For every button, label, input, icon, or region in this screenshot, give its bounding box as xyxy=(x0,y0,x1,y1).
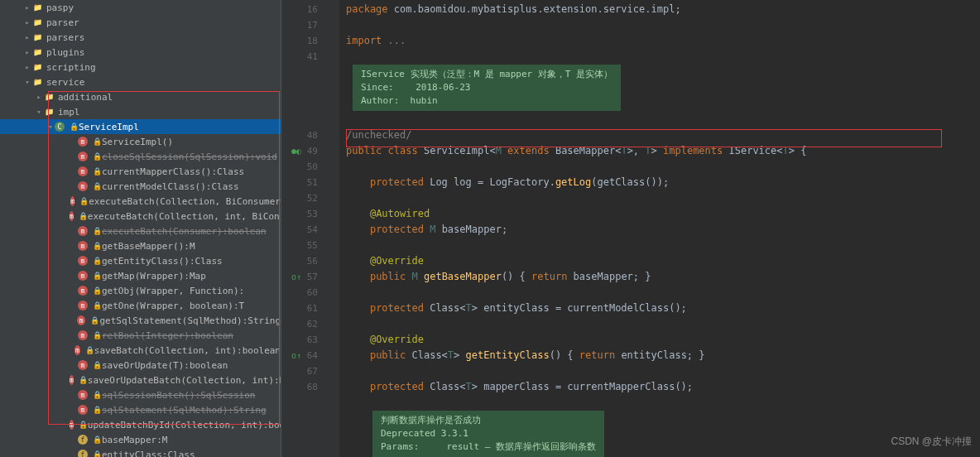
project-tree[interactable]: ▸ 📁 paspy ▸ 📁 parser ▸ 📁 parsers ▸ 📁 plu… xyxy=(0,0,281,457)
ico-m-icon: m xyxy=(78,226,88,236)
tree-item[interactable]: ▾ C 🔒 ServiceImpl xyxy=(0,119,281,134)
expand-icon[interactable]: ▸ xyxy=(35,93,43,101)
tree-item[interactable]: m 🔒 saveOrUpdate(T):boolean xyxy=(0,358,281,373)
tree-item[interactable]: ▸ 📁 scripting xyxy=(0,60,281,75)
line-number: 41 xyxy=(281,49,318,65)
tree-item[interactable]: m 🔒 getObj(Wrapper, Function): xyxy=(0,283,281,298)
ico-m-icon: m xyxy=(78,330,88,340)
ico-m-icon: m xyxy=(78,241,88,251)
tree-label: sqlSessionBatch():SqlSession xyxy=(102,390,255,401)
lock-icon: 🔒 xyxy=(93,361,102,369)
expand-icon[interactable]: ▸ xyxy=(23,48,31,56)
tree-item[interactable]: m 🔒 executeBatch(Collection, int, BiCons… xyxy=(0,209,281,224)
tree-item[interactable]: ▾ 📁 impl xyxy=(0,104,281,119)
tree-item[interactable]: ▸ 📁 parser xyxy=(0,15,281,30)
tree-item[interactable]: ▸ 📁 parsers xyxy=(0,30,281,45)
ico-m-icon: m xyxy=(74,345,80,355)
line-number xyxy=(281,65,318,80)
ico-m-icon: m xyxy=(77,315,86,325)
line-number xyxy=(281,80,318,96)
line-number: 63 xyxy=(281,332,318,348)
ico-folder-icon: 📁 xyxy=(31,46,43,58)
tree-label: retBool(Integer):boolean xyxy=(102,330,233,341)
code-editor[interactable]: 1617184148●◐ 4950515253545556o↑ 57606162… xyxy=(281,0,980,457)
line-number xyxy=(281,96,318,112)
tree-label: parsers xyxy=(46,32,84,43)
tree-label: getObj(Wrapper, Function): xyxy=(102,286,244,296)
tree-item[interactable]: m 🔒 getEntityClass():Class xyxy=(0,253,281,268)
tree-label: paspy xyxy=(46,2,74,13)
line-number xyxy=(281,395,318,411)
ico-m-icon: m xyxy=(78,137,88,147)
tree-item[interactable]: m 🔒 executeBatch(Consumer):boolean xyxy=(0,224,281,238)
lock-icon: 🔒 xyxy=(93,257,102,265)
code-area[interactable]: package com.baomidou.mybatisplus.extensi… xyxy=(339,0,980,457)
tree-label: impl xyxy=(58,107,80,118)
tree-item[interactable]: m 🔒 getSqlStatement(SqlMethod):String xyxy=(0,313,281,328)
expand-icon[interactable]: ▸ xyxy=(23,63,31,71)
tree-item[interactable]: m 🔒 saveBatch(Collection, int):boolean xyxy=(0,343,281,358)
tree-label: updateBatchById(Collection, int):boolean xyxy=(88,420,281,431)
ico-m-icon: m xyxy=(78,405,88,415)
ico-m-icon: m xyxy=(78,360,88,370)
line-number xyxy=(281,426,318,442)
lock-icon: 🔒 xyxy=(93,406,102,414)
expand-icon[interactable]: ▾ xyxy=(23,78,31,86)
expand-icon[interactable]: ▾ xyxy=(46,123,55,131)
expand-icon[interactable]: ▸ xyxy=(23,18,31,26)
ico-f-icon: f xyxy=(78,435,88,445)
tree-label: getMap(Wrapper):Map xyxy=(102,271,206,281)
tree-item[interactable]: m 🔒 closeSqlSession(SqlSession):void xyxy=(0,149,281,164)
tree-item[interactable]: f 🔒 entityClass:Class xyxy=(0,447,281,457)
lock-icon: 🔒 xyxy=(90,316,99,325)
tree-item[interactable]: ▸ 📁 plugins xyxy=(0,45,281,60)
ico-m-icon: m xyxy=(78,301,88,310)
expand-icon[interactable]: ▸ xyxy=(23,33,31,41)
tree-item[interactable]: m 🔒 saveOrUpdateBatch(Collection, int):b… xyxy=(0,373,281,387)
ico-m-icon: m xyxy=(70,211,74,221)
ico-m-icon: m xyxy=(78,181,88,191)
tree-item[interactable]: m 🔒 updateBatchById(Collection, int):boo… xyxy=(0,417,281,432)
ico-m-icon: m xyxy=(78,271,88,281)
line-number: 53 xyxy=(281,206,318,222)
tree-label: currentModelClass():Class xyxy=(102,181,239,192)
tree-item[interactable]: m 🔒 sqlSessionBatch():SqlSession xyxy=(0,387,281,402)
line-number: 48 xyxy=(281,127,318,143)
tree-item[interactable]: m 🔒 currentMapperClass():Class xyxy=(0,164,281,179)
tree-item[interactable]: m 🔒 getMap(Wrapper):Map xyxy=(0,268,281,283)
line-number: o↑ 57 xyxy=(281,269,318,285)
lock-icon: 🔒 xyxy=(93,167,102,176)
tree-item[interactable]: m 🔒 sqlStatement(SqlMethod):String xyxy=(0,402,281,417)
ico-folder-icon: 📁 xyxy=(31,61,43,73)
lock-icon: 🔒 xyxy=(93,227,102,235)
tree-item[interactable]: ▾ 📁 service xyxy=(0,75,281,89)
tree-label: saveBatch(Collection, int):boolean xyxy=(94,345,281,356)
line-number xyxy=(281,411,318,426)
tree-item[interactable]: m 🔒 getBaseMapper():M xyxy=(0,238,281,253)
line-number: 50 xyxy=(281,159,318,175)
tree-item[interactable]: f 🔒 baseMapper:M xyxy=(0,432,281,447)
expand-icon[interactable]: ▾ xyxy=(35,108,43,116)
lock-icon: 🔒 xyxy=(70,123,79,131)
tree-item[interactable]: m 🔒 executeBatch(Collection, BiConsumer xyxy=(0,194,281,209)
tree-item[interactable]: m 🔒 currentModelClass():Class xyxy=(0,179,281,194)
expand-icon[interactable]: ▸ xyxy=(23,3,31,12)
tree-item[interactable]: m 🔒 retBool(Integer):boolean xyxy=(0,328,281,343)
tree-label: getOne(Wrapper, boolean):T xyxy=(102,301,244,311)
lock-icon: 🔒 xyxy=(79,197,89,205)
tree-item[interactable]: ▸ 📁 additional xyxy=(0,89,281,104)
tree-label: ServiceImpl xyxy=(79,122,139,132)
ico-folder-icon: 📁 xyxy=(31,31,43,43)
tree-label: executeBatch(Consumer):boolean xyxy=(102,226,267,237)
tree-item[interactable]: m 🔒 getOne(Wrapper, boolean):T xyxy=(0,298,281,313)
lock-icon: 🔒 xyxy=(93,242,102,250)
lock-icon: 🔒 xyxy=(79,212,88,220)
lock-icon: 🔒 xyxy=(93,286,102,295)
lock-icon: 🔒 xyxy=(93,301,102,310)
watermark: CSDN @皮卡冲撞 xyxy=(891,435,972,449)
ico-m-icon: m xyxy=(78,152,88,161)
tree-item[interactable]: ▸ 📁 paspy xyxy=(0,0,281,15)
ico-m-icon: m xyxy=(70,196,74,206)
line-number: 52 xyxy=(281,190,318,206)
tree-item[interactable]: m 🔒 ServiceImpl() xyxy=(0,134,281,149)
